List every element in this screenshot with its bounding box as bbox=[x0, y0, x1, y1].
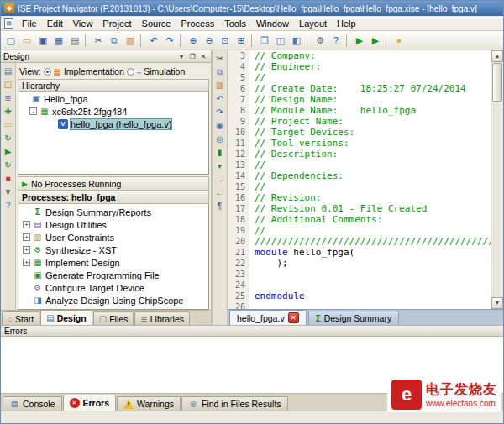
editor-copy-icon[interactable]: ⧉ bbox=[213, 65, 227, 78]
process-item[interactable]: Σ Design Summary/Reports bbox=[20, 206, 208, 218]
panel-tab[interactable]: ≣ Libraries bbox=[134, 311, 190, 325]
process-item[interactable]: + ▤ Design Utilities bbox=[20, 218, 208, 231]
scrollbar-track[interactable] bbox=[491, 102, 503, 297]
tile-windows-icon[interactable]: ◧ bbox=[289, 33, 304, 48]
process-item[interactable]: ▣ Generate Programming File bbox=[20, 269, 208, 281]
view-option[interactable]: ▦ Implementation bbox=[44, 66, 124, 76]
indent-icon[interactable]: → bbox=[213, 173, 227, 186]
settings-icon[interactable]: ⚙ bbox=[312, 33, 328, 48]
editor-find-icon[interactable]: ◉ bbox=[213, 119, 227, 132]
zoom-out-icon[interactable]: ⊖ bbox=[202, 33, 217, 48]
processes-tree[interactable]: Σ Design Summary/Reports + ▤ Design Util… bbox=[18, 204, 209, 310]
zoom-in-icon[interactable]: ⊕ bbox=[186, 33, 201, 48]
panel-close-icon[interactable]: ✕ bbox=[198, 52, 208, 61]
hierarchy-item[interactable]: ▣ Hello_fpga bbox=[18, 92, 208, 105]
bookmark-icon[interactable]: ▮ bbox=[213, 146, 227, 159]
save-icon[interactable]: ▣ bbox=[35, 33, 50, 48]
editor-find-next-icon[interactable]: ◎ bbox=[213, 133, 227, 145]
cascade-windows-icon[interactable]: ◫ bbox=[273, 33, 288, 48]
editor-redo-icon[interactable]: ↷ bbox=[213, 106, 227, 118]
stop-process-icon[interactable]: ■ bbox=[2, 172, 15, 185]
menu-item[interactable]: Tools bbox=[219, 17, 251, 30]
hierarchy-tree[interactable]: ▣ Hello_fpga - ▦ xc6slx25t-2fgg484 bbox=[18, 92, 209, 175]
paste-icon[interactable]: ▥ bbox=[123, 33, 138, 48]
console-tab[interactable]: ◎ Find in Files Results bbox=[181, 396, 288, 411]
radio-icon[interactable] bbox=[44, 68, 51, 76]
copy-icon[interactable]: ⧉ bbox=[107, 33, 122, 48]
process-item[interactable]: ◨ Analyze Design Using ChipScope bbox=[20, 294, 208, 306]
title-bar[interactable]: ◆ ISE Project Navigator (P.20131013) - C… bbox=[1, 1, 503, 16]
undo-icon[interactable]: ↶ bbox=[146, 33, 161, 48]
libraries-view-icon[interactable]: ≣ bbox=[2, 92, 15, 104]
view-option[interactable]: ≈ Simulation bbox=[127, 66, 186, 76]
menu-item[interactable]: View bbox=[68, 17, 98, 30]
open-file-icon[interactable]: ▭ bbox=[19, 33, 34, 48]
menu-item[interactable]: Process bbox=[176, 17, 219, 30]
editor-vertical-scrollbar[interactable]: ▲ ▼ bbox=[491, 50, 503, 309]
refresh-hierarchy-icon[interactable]: ↻ bbox=[2, 132, 15, 144]
menu-item[interactable]: Project bbox=[97, 17, 136, 30]
editor-tab[interactable]: Σ Design Summary bbox=[308, 311, 400, 325]
menu-item[interactable]: Source bbox=[137, 17, 176, 30]
child-document-icon[interactable]: ▤ bbox=[4, 18, 13, 29]
hierarchy-item[interactable]: V hello_fpga (hello_fpga.v) bbox=[18, 118, 208, 130]
lightbulb-icon[interactable]: ● bbox=[391, 33, 407, 48]
redo-icon[interactable]: ↷ bbox=[162, 33, 177, 48]
menu-item[interactable]: Help bbox=[332, 17, 361, 30]
panel-float-icon[interactable]: ❐ bbox=[187, 52, 197, 61]
process-item[interactable]: ⚙ Configure Target Device bbox=[20, 281, 208, 294]
tab-close-icon[interactable]: ✕ bbox=[288, 312, 299, 323]
editor-paste-icon[interactable]: ▥ bbox=[213, 79, 227, 92]
tree-expander-icon[interactable]: + bbox=[23, 221, 30, 228]
zoom-region-icon[interactable]: ⊞ bbox=[234, 33, 249, 48]
panel-tab[interactable]: ▢ Files bbox=[93, 311, 134, 325]
comment-icon[interactable]: ¶ bbox=[213, 200, 227, 212]
panel-tab[interactable]: ▤ Design bbox=[40, 310, 92, 325]
help-icon[interactable]: ? bbox=[328, 33, 344, 48]
rerun-process-icon[interactable]: ↻ bbox=[2, 159, 15, 171]
tree-expander-icon[interactable]: + bbox=[23, 259, 30, 266]
radio-icon[interactable] bbox=[127, 68, 134, 76]
tree-expander-icon[interactable]: + bbox=[23, 233, 30, 241]
panel-tab[interactable]: ⌂ Start bbox=[2, 311, 39, 325]
keyword-token: endmodule bbox=[255, 291, 305, 301]
process-item[interactable]: + ⚙ Synthesize - XST bbox=[20, 243, 208, 256]
editor-undo-icon[interactable]: ↶ bbox=[213, 92, 227, 105]
next-bookmark-icon[interactable]: ▾ bbox=[213, 160, 227, 172]
menu-item[interactable]: Window bbox=[251, 17, 294, 30]
snapshots-view-icon[interactable]: ◫ bbox=[2, 78, 15, 91]
console-tab[interactable]: ✕ Errors bbox=[63, 395, 117, 411]
new-file-icon[interactable]: ▢ bbox=[3, 33, 18, 48]
editor-tab[interactable]: hello_fpga.v ✕ bbox=[229, 310, 307, 325]
hierarchy-item[interactable]: - ▦ xc6slx25t-2fgg484 bbox=[18, 105, 208, 118]
run-process-icon[interactable]: ▶ bbox=[2, 145, 15, 158]
scroll-down-icon[interactable]: ▼ bbox=[491, 297, 503, 309]
scroll-up-icon[interactable]: ▲ bbox=[491, 50, 503, 62]
process-item[interactable]: + ▦ Implement Design bbox=[20, 256, 208, 269]
process-help-icon[interactable]: ? bbox=[2, 199, 15, 212]
zoom-full-icon[interactable]: ⊡ bbox=[218, 33, 233, 48]
print-icon[interactable]: ▤ bbox=[67, 33, 82, 48]
menu-item[interactable]: File bbox=[17, 17, 42, 30]
scrollbar-thumb[interactable] bbox=[492, 63, 502, 102]
new-window-icon[interactable]: ❐ bbox=[257, 33, 272, 48]
add-source-icon[interactable]: ✚ bbox=[2, 105, 15, 118]
run-all-icon[interactable]: ▶ bbox=[368, 33, 383, 48]
console-tab[interactable]: ▤ Console bbox=[3, 396, 62, 411]
run-icon[interactable]: ▶ bbox=[352, 33, 367, 48]
code-editor[interactable]: 3 // Company: 4 // Engineer: 5 // bbox=[228, 50, 491, 309]
save-all-icon[interactable]: ▦ bbox=[51, 33, 66, 48]
tree-expander-icon[interactable]: - bbox=[29, 107, 37, 115]
process-item[interactable]: + ▥ User Constraints bbox=[20, 231, 208, 243]
editor-cut-icon[interactable]: ✂ bbox=[213, 52, 227, 65]
outdent-icon[interactable]: ← bbox=[213, 186, 227, 199]
tree-expander-icon[interactable]: + bbox=[23, 246, 30, 254]
open-source-icon[interactable]: ▭ bbox=[2, 118, 15, 131]
menu-item[interactable]: Edit bbox=[42, 17, 68, 30]
sources-view-icon[interactable]: ▤ bbox=[2, 65, 15, 77]
panel-menu-icon[interactable]: ▾ bbox=[176, 52, 186, 61]
cut-icon[interactable]: ✂ bbox=[91, 33, 106, 48]
view-filter-icon[interactable]: ▼ bbox=[2, 186, 15, 198]
menu-item[interactable]: Layout bbox=[294, 17, 332, 30]
console-tab[interactable]: ! Warnings bbox=[117, 396, 181, 411]
